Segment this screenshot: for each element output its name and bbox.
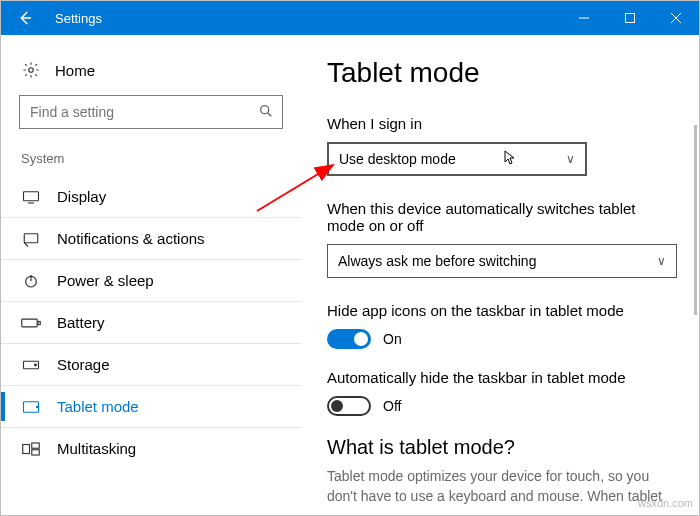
page-title: Tablet mode [327,57,679,89]
sidebar-item-label: Notifications & actions [57,230,205,247]
arrow-left-icon [16,9,34,27]
close-button[interactable] [653,1,699,35]
title-bar: Settings [1,1,699,35]
svg-rect-13 [38,321,40,324]
signin-select-value: Use desktop mode [339,151,456,167]
storage-icon [21,358,41,372]
multitasking-icon [21,442,41,456]
signin-select[interactable]: Use desktop mode ∨ [327,142,587,176]
svg-rect-20 [32,449,40,454]
notifications-icon [21,231,41,247]
chevron-down-icon: ∨ [566,152,575,166]
watermark: wsxdn.com [638,497,693,509]
svg-rect-9 [24,233,38,242]
window-title: Settings [49,1,561,35]
svg-line-6 [268,112,272,116]
home-nav[interactable]: Home [1,53,301,95]
minimize-icon [578,12,590,24]
maximize-button[interactable] [607,1,653,35]
gear-icon [21,61,41,79]
sidebar: Home System Display Notifications & acti… [1,35,301,515]
auto-hide-state: Off [383,398,401,414]
svg-point-15 [35,364,37,366]
hide-icons-toggle[interactable] [327,329,371,349]
sidebar-item-label: Battery [57,314,105,331]
power-icon [21,273,41,289]
minimize-button[interactable] [561,1,607,35]
search-box[interactable] [19,95,283,129]
close-icon [670,12,682,24]
search-icon [258,103,274,122]
content-pane: Tablet mode When I sign in Use desktop m… [301,35,699,515]
svg-point-5 [261,105,269,113]
sidebar-item-label: Display [57,188,106,205]
svg-rect-1 [626,14,635,23]
subheading: What is tablet mode? [327,436,679,459]
auto-hide-label: Automatically hide the taskbar in tablet… [327,369,679,386]
sidebar-item-display[interactable]: Display [1,176,301,218]
maximize-icon [624,12,636,24]
home-label: Home [55,62,95,79]
sidebar-item-tablet-mode[interactable]: Tablet mode [1,386,301,428]
sidebar-item-storage[interactable]: Storage [1,344,301,386]
search-input[interactable] [28,103,258,121]
sidebar-item-battery[interactable]: Battery [1,302,301,344]
auto-hide-toggle[interactable] [327,396,371,416]
scrollbar[interactable] [694,125,697,495]
hide-icons-label: Hide app icons on the taskbar in tablet … [327,302,679,319]
svg-rect-12 [22,319,37,327]
subtext: Tablet mode optimizes your device for to… [327,467,679,506]
sidebar-item-label: Tablet mode [57,398,139,415]
sidebar-group-label: System [1,151,301,176]
svg-rect-7 [24,191,39,200]
svg-rect-18 [23,444,30,453]
back-button[interactable] [1,1,49,35]
sidebar-item-multitasking[interactable]: Multitasking [1,428,301,469]
sidebar-item-label: Storage [57,356,110,373]
switch-label: When this device automatically switches … [327,200,677,234]
tablet-icon [21,400,41,414]
sidebar-item-label: Power & sleep [57,272,154,289]
switch-select-value: Always ask me before switching [338,253,536,269]
battery-icon [21,317,41,329]
sidebar-item-label: Multitasking [57,440,136,457]
svg-rect-19 [32,443,40,448]
sidebar-item-notifications[interactable]: Notifications & actions [1,218,301,260]
hide-icons-state: On [383,331,402,347]
signin-label: When I sign in [327,115,679,132]
cursor-icon [504,150,518,169]
sidebar-item-power[interactable]: Power & sleep [1,260,301,302]
display-icon [21,190,41,204]
svg-point-17 [36,406,37,407]
switch-select[interactable]: Always ask me before switching ∨ [327,244,677,278]
chevron-down-icon: ∨ [657,254,666,268]
scrollbar-thumb[interactable] [694,125,697,315]
svg-point-4 [29,68,34,73]
